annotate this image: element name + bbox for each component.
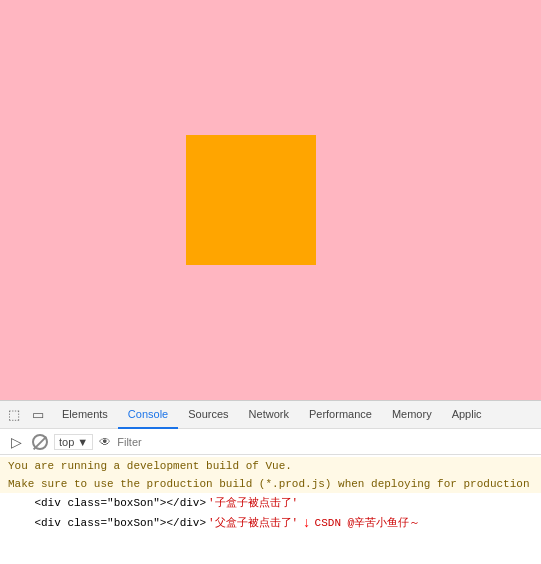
devtools-panel: ⬚ ▭ Elements Console Sources Network Per…	[0, 400, 541, 564]
devtools-filterbar: ▷ top ▼ 👁	[0, 429, 541, 455]
tab-console[interactable]: Console	[118, 401, 178, 429]
console-row-2-right: '父盒子被点击了' ↓ CSDN @辛苦小鱼仔～	[208, 515, 420, 531]
console-warning-1: You are running a development build of V…	[0, 457, 541, 475]
devtools-icon-group: ⬚ ▭	[0, 405, 52, 425]
console-row-1-html: <div class="boxSon"></div>	[8, 495, 208, 511]
console-output: You are running a development build of V…	[0, 455, 541, 564]
execute-icon[interactable]: ▷	[6, 432, 26, 452]
console-warning-2: Make sure to use the production build (*…	[0, 475, 541, 493]
tab-performance[interactable]: Performance	[299, 401, 382, 429]
orange-box[interactable]	[186, 135, 316, 265]
context-selector[interactable]: top ▼	[54, 434, 93, 450]
tab-application[interactable]: Applic	[442, 401, 492, 429]
devtools-tabbar: ⬚ ▭ Elements Console Sources Network Per…	[0, 401, 541, 429]
filter-input[interactable]	[117, 436, 535, 448]
inspect-icon[interactable]: ⬚	[4, 405, 24, 425]
tab-network[interactable]: Network	[239, 401, 299, 429]
csdn-label: CSDN @辛苦小鱼仔～	[315, 515, 421, 531]
eye-icon[interactable]: 👁	[99, 435, 111, 449]
console-row-1-label: '子盒子被点击了'	[208, 495, 298, 511]
tab-elements[interactable]: Elements	[52, 401, 118, 429]
console-row-2-html: <div class="boxSon"></div>	[8, 515, 208, 531]
tab-sources[interactable]: Sources	[178, 401, 238, 429]
red-arrow-icon: ↓	[302, 515, 310, 531]
tab-memory[interactable]: Memory	[382, 401, 442, 429]
console-row-1: <div class="boxSon"></div> '子盒子被点击了'	[0, 493, 541, 513]
main-canvas	[0, 0, 541, 400]
device-icon[interactable]: ▭	[28, 405, 48, 425]
clear-console-icon[interactable]	[32, 434, 48, 450]
console-row-2: <div class="boxSon"></div> '父盒子被点击了' ↓ C…	[0, 513, 541, 533]
